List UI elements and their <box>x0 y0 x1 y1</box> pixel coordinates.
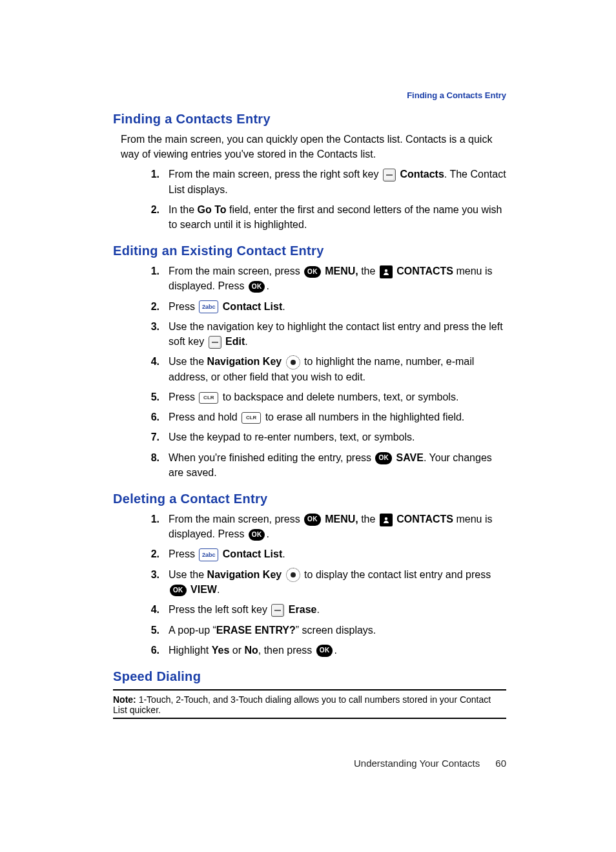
heading-editing: Editing an Existing Contact Entry <box>113 244 506 258</box>
step-text: From the main screen, press the right so… <box>169 167 506 196</box>
contacts-icon <box>380 514 393 526</box>
step-number: 2. <box>113 202 159 232</box>
t: . <box>266 528 269 539</box>
ok-icon: OK <box>304 266 321 278</box>
t: . <box>282 548 285 559</box>
key-2abc-icon: 2abc <box>199 548 218 561</box>
softkey-icon <box>383 169 396 182</box>
step-text: From the main screen, press OK MENU, the… <box>169 512 506 541</box>
divider <box>113 689 506 691</box>
step-number: 5. <box>113 390 159 404</box>
step-text: When you're finished editing the entry, … <box>169 450 506 480</box>
t: Contact List <box>223 548 282 559</box>
t: Use the <box>169 569 207 580</box>
t: , then press <box>258 645 315 656</box>
t: From the main screen, press <box>169 514 303 525</box>
heading-finding: Finding a Contacts Entry <box>113 112 506 127</box>
step: 1. From the main screen, press OK MENU, … <box>113 512 506 541</box>
step-number: 1. <box>113 512 159 541</box>
heading-speed-dialing: Speed Dialing <box>113 669 506 684</box>
step-number: 7. <box>113 430 159 444</box>
navigation-key-icon <box>286 568 300 582</box>
step: 1. From the main screen, press OK MENU, … <box>113 264 506 293</box>
step-number: 4. <box>113 354 159 384</box>
step-text: Use the Navigation Key to highlight the … <box>169 354 506 384</box>
step: 5. A pop-up “ERASE ENTRY?” screen displa… <box>113 623 506 638</box>
t: Yes <box>212 645 230 656</box>
t: Contacts <box>400 169 444 180</box>
t: or <box>229 645 244 656</box>
t: Press and hold <box>169 411 240 422</box>
t: From the main screen, press the right so… <box>169 169 378 180</box>
t: Use the <box>169 356 207 367</box>
step-number: 8. <box>113 450 159 480</box>
t: Press the left soft key <box>169 604 270 615</box>
t: SAVE <box>396 452 424 463</box>
step-number: 1. <box>113 264 159 293</box>
step: 5. Press CLR to backspace and delete num… <box>113 390 506 404</box>
step: 6. Press and hold CLR to erase all numbe… <box>113 410 506 424</box>
steps-deleting: 1. From the main screen, press OK MENU, … <box>113 512 506 658</box>
footer-section: Understanding Your Contacts <box>354 758 480 769</box>
contacts-icon <box>380 265 393 278</box>
clr-key-icon: CLR <box>199 392 218 404</box>
step: 4. Press the left soft key Erase. <box>113 602 506 617</box>
softkey-icon <box>271 604 284 617</box>
t: Edit <box>225 336 245 347</box>
t: the <box>361 265 378 276</box>
step-number: 2. <box>113 546 159 561</box>
t: . <box>245 336 247 347</box>
step: 4. Use the Navigation Key to highlight t… <box>113 354 506 384</box>
step: 2. Press 2abc Contact List. <box>113 546 506 561</box>
step-text: Press CLR to backspace and delete number… <box>169 390 506 404</box>
t: to display the contact list entry and pr… <box>304 569 491 580</box>
t: CONTACTS <box>396 265 453 276</box>
t: MENU, <box>325 514 358 525</box>
step: 6. Highlight Yes or No, then press OK. <box>113 643 506 658</box>
step-number: 6. <box>113 410 159 424</box>
steps-editing: 1. From the main screen, press OK MENU, … <box>113 264 506 480</box>
t: MENU, <box>325 265 358 276</box>
t: A pop-up “ <box>169 625 216 636</box>
ok-icon: OK <box>316 645 333 657</box>
ok-icon: OK <box>249 281 265 293</box>
t: to backspace and delete numbers, text, o… <box>223 391 459 402</box>
heading-deleting: Deleting a Contact Entry <box>113 492 506 506</box>
page: Finding a Contacts Entry Finding a Conta… <box>0 0 616 833</box>
t: . <box>266 280 269 291</box>
ok-icon: OK <box>304 514 321 526</box>
step-text: Press and hold CLR to erase all numbers … <box>169 410 506 424</box>
t: Highlight <box>169 645 212 656</box>
t: . <box>217 584 220 595</box>
divider <box>113 718 506 719</box>
t: Navigation Key <box>207 356 282 367</box>
clr-key-icon: CLR <box>241 412 261 424</box>
step-text: Press 2abc Contact List. <box>169 299 506 314</box>
t: VIEW <box>190 584 217 595</box>
t: . <box>282 301 285 312</box>
svg-point-0 <box>385 269 387 272</box>
step-number: 4. <box>113 602 159 617</box>
step-number: 1. <box>113 167 159 196</box>
step: 2. Press 2abc Contact List. <box>113 299 506 314</box>
step: 1. From the main screen, press the right… <box>113 167 506 196</box>
step-text: Press 2abc Contact List. <box>169 546 506 561</box>
t: CONTACTS <box>396 514 453 525</box>
t: In the <box>169 204 197 215</box>
step-text: Use the Navigation Key to display the co… <box>169 567 506 597</box>
step-number: 3. <box>113 567 159 597</box>
t: . <box>316 604 319 615</box>
step-number: 2. <box>113 299 159 314</box>
step-text: Use the keypad to re-enter numbers, text… <box>169 430 506 444</box>
t: ERASE ENTRY? <box>216 625 296 636</box>
footer-page-number: 60 <box>495 758 506 769</box>
step: 7. Use the keypad to re-enter numbers, t… <box>113 430 506 444</box>
navigation-key-icon <box>286 355 300 369</box>
t: ” screen displays. <box>296 625 376 636</box>
step: 3. Use the navigation key to highlight t… <box>113 319 506 349</box>
step-text: In the Go To field, enter the first and … <box>169 202 506 232</box>
t: When you're finished editing the entry, … <box>169 452 374 463</box>
step-text: A pop-up “ERASE ENTRY?” screen displays. <box>169 623 506 638</box>
intro-finding: From the main screen, you can quickly op… <box>121 132 506 161</box>
step: 8. When you're finished editing the entr… <box>113 450 506 480</box>
